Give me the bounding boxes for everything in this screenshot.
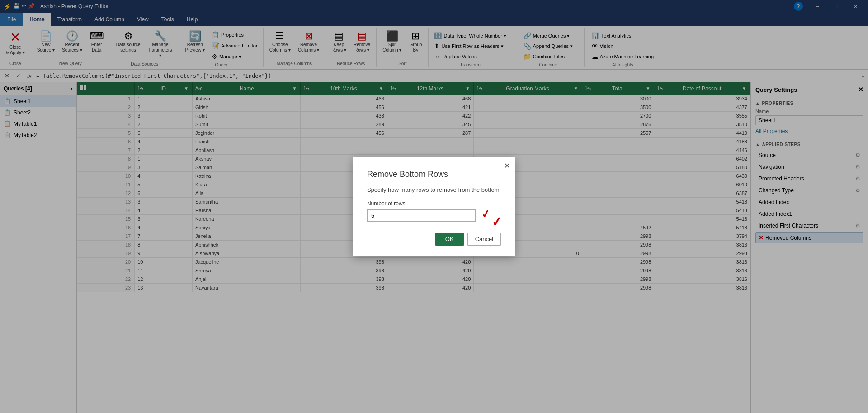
modal-buttons: OK Cancel [367, 233, 501, 246]
modal-ok-button[interactable]: OK [435, 233, 464, 246]
modal-cancel-button[interactable]: Cancel [467, 233, 501, 246]
modal-field-label: Number of rows [367, 200, 501, 207]
modal-description: Specify how many rows to remove from the… [367, 186, 501, 193]
remove-bottom-rows-modal: ✕ Remove Bottom Rows Specify how many ro… [353, 157, 515, 256]
modal-close-button[interactable]: ✕ [504, 161, 510, 170]
modal-rows-input[interactable] [367, 209, 476, 222]
modal-title: Remove Bottom Rows [367, 170, 501, 179]
modal-overlay[interactable]: ✕ Remove Bottom Rows Specify how many ro… [0, 0, 868, 413]
